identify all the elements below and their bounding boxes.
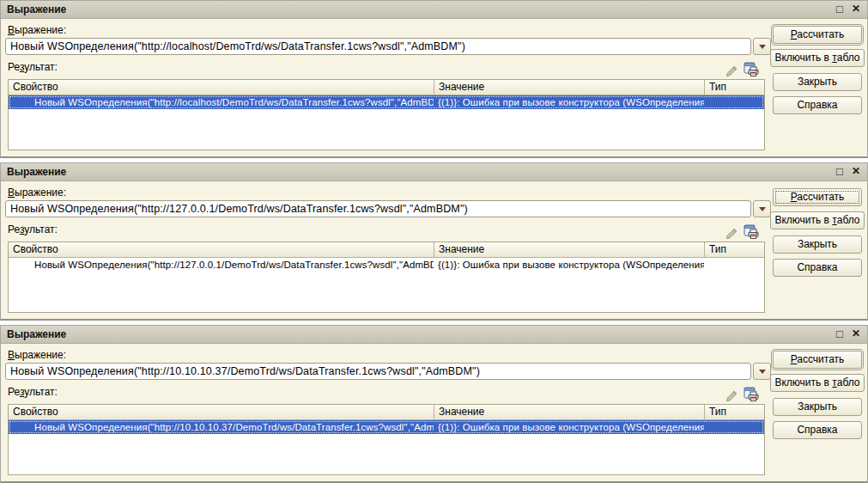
row-type-cell: [704, 420, 764, 434]
result-table: Свойство Значение Тип Новый WSOпределени…: [8, 79, 765, 150]
dialog-title: Выражение: [7, 326, 66, 343]
close-icon[interactable]: ✕: [849, 326, 863, 343]
pencil-icon: [724, 64, 739, 79]
combo-dropdown-button[interactable]: [753, 200, 771, 217]
help-button[interactable]: Справка: [773, 421, 862, 439]
row-type-cell: [704, 95, 764, 109]
result-table: Свойство Значение Тип Новый WSOпределени…: [8, 404, 765, 475]
calculate-button[interactable]: Рассчитать: [773, 188, 862, 206]
close-button[interactable]: Закрыть: [773, 235, 862, 254]
close-icon[interactable]: ✕: [849, 1, 863, 18]
result-label: Результат:: [8, 223, 58, 235]
maximize-icon[interactable]: □: [833, 326, 847, 343]
chevron-down-icon: [759, 45, 766, 49]
column-header-value[interactable]: Значение: [434, 242, 704, 257]
row-value-cell: {(1)}: Ошибка при вызове конструктора (W…: [434, 95, 704, 109]
expression-combobox: [5, 38, 771, 55]
print-result-icon[interactable]: [744, 387, 759, 402]
column-header-property[interactable]: Свойство: [9, 242, 434, 257]
expression-combobox: [5, 200, 771, 217]
table-header: Свойство Значение Тип: [9, 242, 764, 258]
row-type-cell: [704, 258, 764, 272]
expression-input[interactable]: [5, 363, 751, 380]
expression-input[interactable]: [5, 200, 751, 217]
expression-dialog: Выражение □ ✕ Выражение: Результат:: [0, 325, 868, 483]
row-property-cell: Новый WSOпределения("http://10.10.10.37/…: [9, 420, 434, 434]
maximize-icon[interactable]: □: [833, 1, 847, 18]
column-header-value[interactable]: Значение: [434, 405, 704, 419]
row-value-cell: {(1)}: Ошибка при вызове конструктора (W…: [434, 258, 704, 272]
pencil-icon: [724, 226, 739, 242]
calculate-button[interactable]: Рассчитать: [773, 26, 862, 44]
include-in-board-button[interactable]: Включить в табло: [770, 374, 865, 392]
result-table: Свойство Значение Тип Новый WSOпределени…: [8, 242, 765, 313]
expression-input[interactable]: [5, 38, 751, 55]
calculate-button[interactable]: Рассчитать: [773, 351, 862, 369]
print-result-icon[interactable]: [744, 224, 759, 240]
table-header: Свойство Значение Тип: [9, 405, 764, 420]
help-button[interactable]: Справка: [773, 259, 862, 277]
chevron-down-icon: [759, 370, 766, 374]
chevron-down-icon: [759, 207, 766, 211]
column-header-property[interactable]: Свойство: [9, 405, 434, 419]
row-value-cell: {(1)}: Ошибка при вызове конструктора (W…: [434, 420, 704, 434]
expression-label: Выражение:: [8, 24, 66, 36]
dialog-titlebar[interactable]: Выражение □ ✕: [1, 326, 867, 344]
include-in-board-button[interactable]: Включить в табло: [770, 211, 865, 229]
combo-dropdown-button[interactable]: [753, 38, 771, 55]
dialog-titlebar[interactable]: Выражение □ ✕: [1, 1, 867, 19]
column-header-value[interactable]: Значение: [434, 80, 704, 95]
maximize-icon[interactable]: □: [833, 163, 847, 180]
dialog-title: Выражение: [7, 1, 66, 18]
column-header-type[interactable]: Тип: [704, 80, 764, 95]
expression-combobox: [5, 363, 771, 380]
print-result-icon[interactable]: [744, 62, 759, 77]
include-in-board-button[interactable]: Включить в табло: [770, 49, 865, 67]
dialogs-stack: Выражение □ ✕ Выражение: Результат:: [0, 0, 868, 483]
expression-dialog: Выражение □ ✕ Выражение: Результат:: [0, 0, 868, 158]
table-row[interactable]: Новый WSOпределения("http://127.0.0.1/De…: [9, 258, 764, 272]
dialog-titlebar[interactable]: Выражение □ ✕: [1, 163, 867, 181]
close-icon[interactable]: ✕: [849, 163, 863, 180]
combo-dropdown-button[interactable]: [753, 363, 771, 380]
expression-dialog: Выражение □ ✕ Выражение: Результат:: [0, 162, 868, 321]
column-header-property[interactable]: Свойство: [9, 80, 434, 95]
row-property-cell: Новый WSOпределения("http://127.0.0.1/De…: [9, 258, 434, 272]
row-property-cell: Новый WSOпределения("http://localhost/De…: [9, 95, 434, 109]
help-button[interactable]: Справка: [773, 96, 862, 114]
column-header-type[interactable]: Тип: [704, 405, 764, 419]
expression-label: Выражение:: [8, 186, 66, 199]
dialog-title: Выражение: [7, 163, 66, 180]
table-header: Свойство Значение Тип: [9, 80, 764, 95]
close-button[interactable]: Закрыть: [773, 73, 862, 91]
table-row[interactable]: Новый WSOпределения("http://10.10.10.37/…: [9, 420, 764, 434]
pencil-icon: [724, 388, 739, 404]
expression-label: Выражение:: [8, 349, 66, 361]
close-button[interactable]: Закрыть: [773, 398, 862, 416]
column-header-type[interactable]: Тип: [704, 242, 764, 257]
table-row[interactable]: Новый WSOпределения("http://localhost/De…: [9, 95, 764, 109]
result-label: Результат:: [8, 386, 58, 398]
result-label: Результат:: [8, 61, 58, 73]
